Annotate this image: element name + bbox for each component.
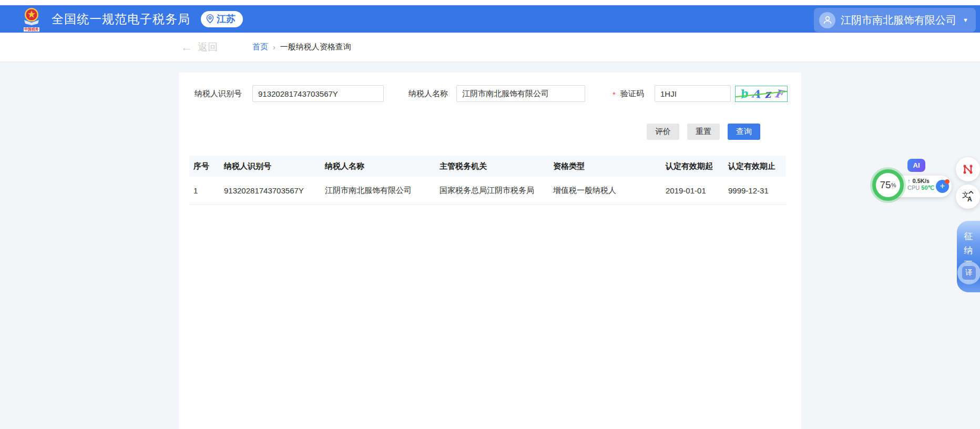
table-cell: 91320281743703567Y [220,177,321,205]
node-graph-icon [962,164,974,175]
column-header: 认定有效期止 [724,156,786,177]
table-cell: 增值税一般纳税人 [549,177,661,205]
gauge-percent: 75 [880,179,891,191]
back-button[interactable]: ← 返回 [181,40,218,54]
results-table: 序号纳税人识别号纳税人名称主管税务机关资格类型认定有效期起认定有效期止 1913… [189,156,786,205]
node-graph-button[interactable] [956,157,980,181]
translate-bubble-button[interactable]: 译 [957,261,980,284]
breadcrumb-separator: › [273,43,275,52]
reset-button[interactable]: 重置 [687,124,720,140]
avatar [819,12,835,28]
location-pin-icon [206,14,214,24]
add-button[interactable]: + [936,180,949,193]
taxpayer-name-label: 纳税人名称 [409,85,448,102]
table-cell: 2019-01-01 [661,177,724,205]
translate-button[interactable]: 文 A [956,185,980,209]
translate-bubble-label: 译 [962,266,976,280]
breadcrumb-bar: ← 返回 首页 › 一般纳税人资格查询 [0,33,980,62]
taxpayer-id-input[interactable] [252,85,384,102]
breadcrumb-home-link[interactable]: 首页 [252,42,268,52]
back-label: 返回 [198,40,218,54]
form-actions: 评价 重置 查询 [179,124,760,140]
table-cell: 9999-12-31 [724,177,786,205]
side-tab-char: 征 [957,229,980,243]
region-selector[interactable]: 江苏 [201,11,243,27]
cpu-label: CPU [907,185,920,191]
svg-text:A: A [967,196,972,203]
user-name: 江阴市南北服饰有限公司 [841,13,956,27]
chevron-down-icon: ▼ [963,17,968,23]
captcha-input[interactable] [655,85,731,102]
top-strip [0,0,980,5]
back-arrow-icon: ← [181,42,192,53]
query-button[interactable]: 查询 [728,124,760,140]
side-tab-char: 纳 [957,243,980,258]
net-speed-value: 0.5K/s [913,178,930,184]
table-cell: 江阴市南北服饰有限公司 [321,177,435,205]
notification-dot [945,179,950,184]
user-menu[interactable]: 江阴市南北服饰有限公司 ▼ [814,8,976,32]
required-asterisk: * [612,86,616,103]
breadcrumb: 首页 › 一般纳税人资格查询 [252,42,351,52]
tax-emblem-icon [21,6,42,27]
logo-caption: 中国税务 [24,27,39,32]
app-header: 中国税务 全国统一规范电子税务局 江苏 江阴市南北服饰有限公司 ▼ [0,5,980,33]
captcha-label: 验证码 [620,85,644,102]
content-card: 纳税人识别号 纳税人名称 * 验证码 bAzF 评价 重置 查询 序号纳税人识别… [179,73,801,429]
column-header: 认定有效期起 [661,156,724,177]
region-label: 江苏 [217,13,236,25]
results-table-body: 191320281743703567Y江阴市南北服饰有限公司国家税务总局江阴市税… [189,177,786,205]
cpu-temp-value: 50℃ [921,185,934,191]
column-header: 主管税务机关 [435,156,549,177]
table-cell: 国家税务总局江阴市税务局 [435,177,549,205]
results-table-head-row: 序号纳税人识别号纳税人名称主管税务机关资格类型认定有效期起认定有效期止 [189,156,786,177]
taxpayer-name-input[interactable] [456,85,585,102]
translate-icon: 文 A [962,190,974,203]
column-header: 纳税人识别号 [220,156,321,177]
breadcrumb-current: 一般纳税人资格查询 [280,42,351,52]
performance-gauge[interactable]: 75 % [872,169,904,201]
site-title: 全国统一规范电子税务局 [52,11,190,27]
captcha-char: F [774,87,784,101]
table-cell: 1 [189,177,220,205]
column-header: 序号 [189,156,220,177]
query-form: 纳税人识别号 纳税人名称 * 验证码 bAzF [179,85,801,115]
page-body: 纳税人识别号 纳税人名称 * 验证码 bAzF 评价 重置 查询 序号纳税人识别… [0,62,980,429]
user-icon [822,15,833,25]
taxpayer-id-label: 纳税人识别号 [195,85,242,102]
upload-arrow-icon: ↑ [907,178,911,184]
evaluate-button[interactable]: 评价 [647,124,679,140]
captcha-image[interactable]: bAzF [735,86,788,102]
gauge-percent-unit: % [891,182,896,188]
column-header: 资格类型 [549,156,661,177]
ai-assistant-button[interactable]: AI [907,159,925,172]
column-header: 纳税人名称 [321,156,435,177]
tax-bureau-logo: 中国税务 [19,6,44,33]
captcha-char: b [739,87,749,101]
table-row: 191320281743703567Y江阴市南北服饰有限公司国家税务总局江阴市税… [189,177,786,205]
